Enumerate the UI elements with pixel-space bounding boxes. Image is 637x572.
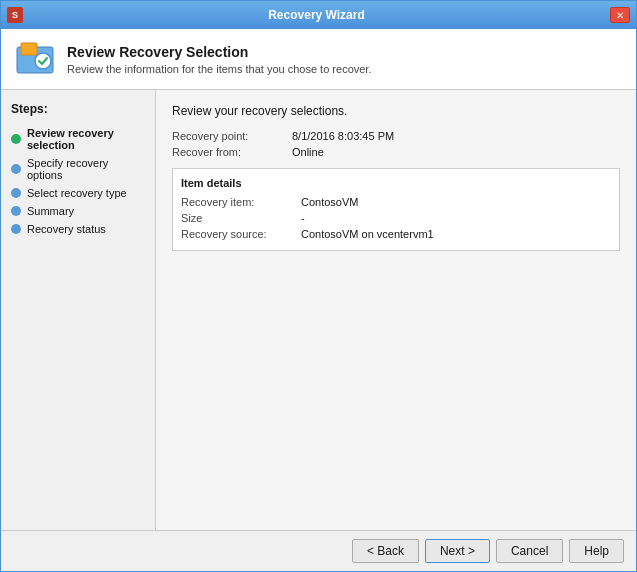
app-icon: S bbox=[7, 7, 23, 23]
sidebar: Steps: Review recovery selection Specify… bbox=[1, 90, 156, 530]
recovery-source-value: ContosoVM on vcentervm1 bbox=[301, 228, 434, 240]
step-label-select: Select recovery type bbox=[27, 187, 127, 199]
title-bar: S Recovery Wizard ✕ bbox=[1, 1, 636, 29]
size-value: - bbox=[301, 212, 305, 224]
step-review: Review recovery selection bbox=[11, 124, 145, 154]
header-section: Review Recovery Selection Review the inf… bbox=[1, 29, 636, 90]
svg-rect-1 bbox=[21, 43, 37, 55]
recovery-source-label: Recovery source: bbox=[181, 228, 301, 240]
recovery-item-value: ContosoVM bbox=[301, 196, 358, 208]
recover-from-label: Recover from: bbox=[172, 146, 292, 158]
step-label-status: Recovery status bbox=[27, 223, 106, 235]
sidebar-heading: Steps: bbox=[11, 102, 145, 116]
step-select: Select recovery type bbox=[11, 184, 145, 202]
header-text: Review Recovery Selection Review the inf… bbox=[67, 44, 371, 75]
recovery-point-row: Recovery point: 8/1/2016 8:03:45 PM bbox=[172, 128, 620, 144]
item-details-table: Recovery item: ContosoVM Size - Recovery… bbox=[181, 194, 611, 242]
recovery-item-row: Recovery item: ContosoVM bbox=[181, 194, 611, 210]
svg-point-2 bbox=[35, 53, 51, 69]
footer: < Back Next > Cancel Help bbox=[1, 530, 636, 571]
step-dot-review bbox=[11, 134, 21, 144]
window-title: Recovery Wizard bbox=[23, 8, 610, 22]
recovery-item-label: Recovery item: bbox=[181, 196, 301, 208]
next-button[interactable]: Next > bbox=[425, 539, 490, 563]
step-specify: Specify recovery options bbox=[11, 154, 145, 184]
step-summary: Summary bbox=[11, 202, 145, 220]
header-subtitle: Review the information for the items tha… bbox=[67, 63, 371, 75]
help-button[interactable]: Help bbox=[569, 539, 624, 563]
size-row: Size - bbox=[181, 210, 611, 226]
recover-from-row: Recover from: Online bbox=[172, 144, 620, 160]
size-label: Size bbox=[181, 212, 301, 224]
recovery-point-value: 8/1/2016 8:03:45 PM bbox=[292, 130, 394, 142]
recovery-source-row: Recovery source: ContosoVM on vcentervm1 bbox=[181, 226, 611, 242]
title-bar-controls: ✕ bbox=[610, 7, 630, 23]
recovery-point-label: Recovery point: bbox=[172, 130, 292, 142]
step-label-specify: Specify recovery options bbox=[27, 157, 145, 181]
recover-from-value: Online bbox=[292, 146, 324, 158]
item-details-header: Item details bbox=[181, 177, 611, 189]
recovery-wizard-window: S Recovery Wizard ✕ Review Recovery Sele… bbox=[0, 0, 637, 572]
step-dot-select bbox=[11, 188, 21, 198]
step-label-summary: Summary bbox=[27, 205, 74, 217]
review-intro: Review your recovery selections. bbox=[172, 104, 620, 118]
step-dot-specify bbox=[11, 164, 21, 174]
step-dot-summary bbox=[11, 206, 21, 216]
header-title: Review Recovery Selection bbox=[67, 44, 371, 60]
cancel-button[interactable]: Cancel bbox=[496, 539, 563, 563]
main-content: Review your recovery selections. Recover… bbox=[156, 90, 636, 530]
header-icon bbox=[15, 39, 55, 79]
close-button[interactable]: ✕ bbox=[610, 7, 630, 23]
content-area: Steps: Review recovery selection Specify… bbox=[1, 90, 636, 530]
step-label-review: Review recovery selection bbox=[27, 127, 145, 151]
step-dot-status bbox=[11, 224, 21, 234]
item-details-box: Item details Recovery item: ContosoVM Si… bbox=[172, 168, 620, 251]
back-button[interactable]: < Back bbox=[352, 539, 419, 563]
step-status: Recovery status bbox=[11, 220, 145, 238]
info-table: Recovery point: 8/1/2016 8:03:45 PM Reco… bbox=[172, 128, 620, 160]
